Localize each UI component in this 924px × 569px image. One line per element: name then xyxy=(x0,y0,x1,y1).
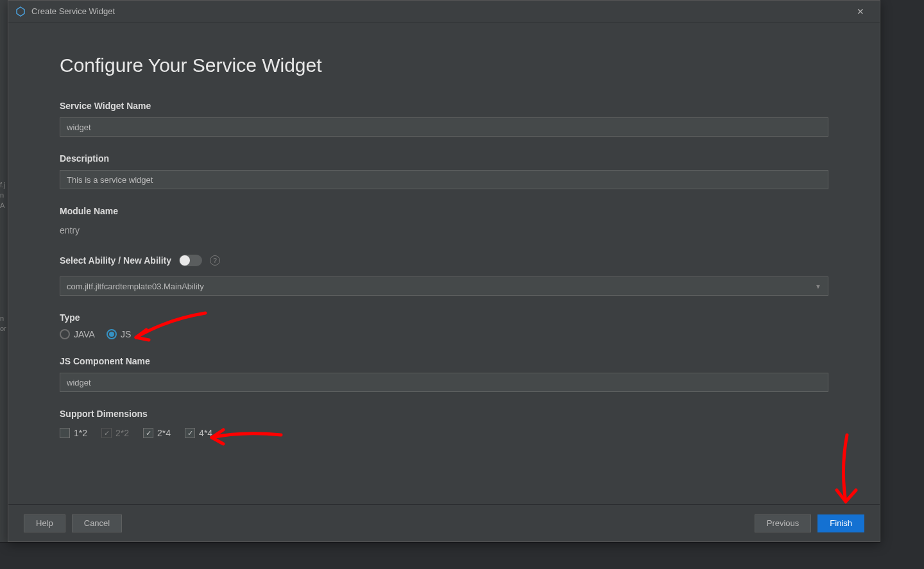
help-icon[interactable]: ? xyxy=(210,255,220,266)
module-name-value: entry xyxy=(60,223,828,238)
type-radio-js[interactable]: JS xyxy=(107,329,131,339)
chevron-down-icon: ▼ xyxy=(815,283,821,290)
background-bottom-panel xyxy=(0,542,924,569)
widget-name-label: Service Widget Name xyxy=(60,101,828,111)
select-ability-label: Select Ability / New Ability xyxy=(60,255,171,266)
dimension-2x4[interactable]: ✓ 2*4 xyxy=(143,428,171,438)
dimension-label: 2*4 xyxy=(157,428,171,438)
bg-sidebar-item: or xyxy=(0,323,8,334)
dialog-content: Configure Your Service Widget Service Wi… xyxy=(8,22,880,504)
page-title: Configure Your Service Widget xyxy=(60,55,828,76)
type-radio-java[interactable]: JAVA xyxy=(60,329,95,339)
select-ability-toggle[interactable] xyxy=(179,255,202,266)
bg-sidebar-item: f.j xyxy=(0,180,8,190)
support-dimensions-label: Support Dimensions xyxy=(60,409,828,419)
widget-name-input[interactable] xyxy=(60,117,828,137)
dimension-4x4[interactable]: ✓ 4*4 xyxy=(185,428,212,438)
ability-select[interactable]: com.jltf.jltfcardtemplate03.MainAbility … xyxy=(60,276,828,296)
titlebar: Create Service Widget ✕ xyxy=(8,1,880,22)
bg-sidebar-item: A xyxy=(0,200,8,210)
ability-select-value: com.jltf.jltfcardtemplate03.MainAbility xyxy=(67,282,204,291)
finish-button[interactable]: Finish xyxy=(817,514,864,532)
dimension-label: 4*4 xyxy=(199,428,212,438)
dimension-label: 1*2 xyxy=(74,428,87,438)
module-name-label: Module Name xyxy=(60,206,828,216)
window-title: Create Service Widget xyxy=(31,6,848,16)
help-button[interactable]: Help xyxy=(24,514,65,532)
js-component-label: JS Component Name xyxy=(60,356,828,366)
close-icon[interactable]: ✕ xyxy=(848,6,873,17)
previous-button[interactable]: Previous xyxy=(755,514,812,532)
bg-sidebar-item: n xyxy=(0,313,8,323)
background-right-panel xyxy=(880,0,924,569)
bg-sidebar-item: n xyxy=(0,190,8,200)
dimension-1x2[interactable]: 1*2 xyxy=(60,428,87,438)
cancel-button[interactable]: Cancel xyxy=(72,514,122,532)
background-sidebar: f.j n A n or xyxy=(0,0,8,569)
js-component-input[interactable] xyxy=(60,373,828,392)
type-radio-js-label: JS xyxy=(121,329,131,339)
type-label: Type xyxy=(60,312,828,323)
dimension-label: 2*2 xyxy=(116,428,129,438)
create-service-widget-dialog: Create Service Widget ✕ Configure Your S… xyxy=(8,0,880,542)
dimension-2x2: ✓ 2*2 xyxy=(101,428,129,438)
type-radio-java-label: JAVA xyxy=(74,329,95,339)
description-input[interactable] xyxy=(60,170,828,189)
app-logo-icon xyxy=(15,6,26,17)
dialog-footer: Help Cancel Previous Finish xyxy=(8,504,880,541)
description-label: Description xyxy=(60,153,828,164)
